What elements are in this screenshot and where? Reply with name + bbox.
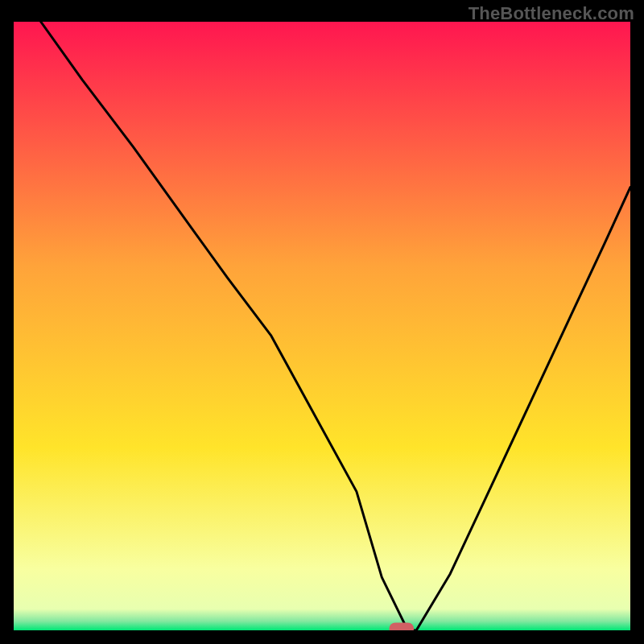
chart-frame: TheBottleneck.com <box>0 0 644 644</box>
minimum-marker <box>390 622 415 630</box>
bottleneck-chart <box>14 22 630 630</box>
